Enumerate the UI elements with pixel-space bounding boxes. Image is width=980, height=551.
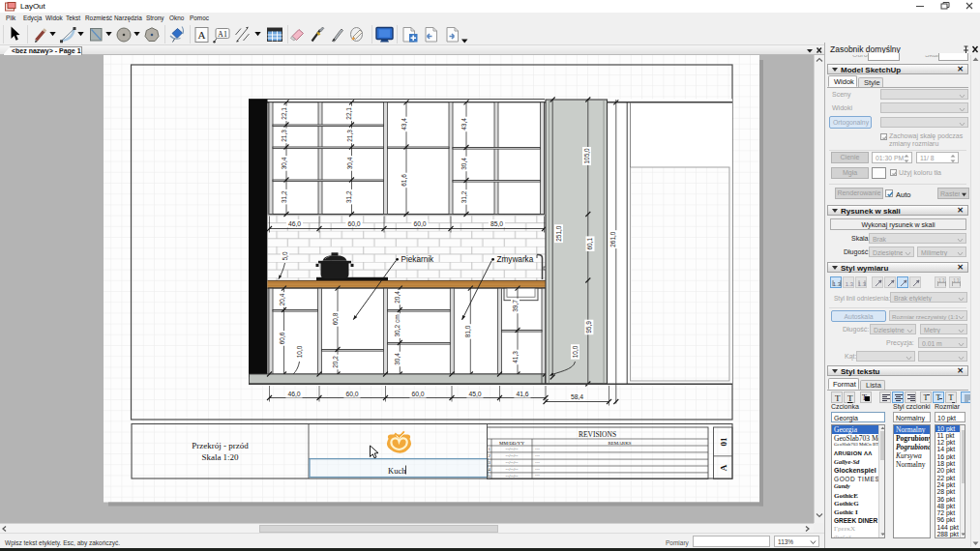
svg-text:--/--/--: --/--/--: [506, 447, 519, 451]
svg-text:41,6: 41,6: [516, 391, 528, 397]
svg-text:60,0: 60,0: [411, 391, 424, 397]
svg-text:60,0: 60,0: [347, 220, 360, 227]
svg-text:--/--/--: --/--/--: [506, 474, 519, 478]
svg-text:1.3: 1.3: [938, 278, 945, 283]
svg-text:30,4: 30,4: [281, 157, 287, 169]
svg-text:45,0: 45,0: [468, 391, 481, 397]
svg-text:31,2: 31,2: [346, 190, 353, 203]
svg-text:60,0: 60,0: [345, 391, 358, 397]
svg-text:22,1: 22,1: [281, 107, 287, 120]
svg-text:58,4: 58,4: [571, 393, 583, 400]
svg-text:1.3: 1.3: [857, 281, 866, 287]
svg-text:--/--/--: --/--/--: [506, 460, 519, 465]
svg-text:60,8: 60,8: [332, 312, 339, 325]
svg-text:Piekarnik: Piekarnik: [401, 255, 435, 264]
svg-text:--/--/--: --/--/--: [506, 453, 519, 458]
svg-text:60,1: 60,1: [587, 237, 594, 249]
svg-text:Zmywarka: Zmywarka: [497, 255, 534, 264]
svg-text:22,1: 22,1: [346, 107, 353, 120]
svg-text:1.3: 1.3: [832, 280, 841, 286]
svg-text:43,4: 43,4: [460, 118, 467, 130]
svg-text:60,0: 60,0: [413, 220, 426, 227]
svg-text:105,0: 105,0: [583, 148, 590, 164]
svg-text:30,4: 30,4: [394, 353, 401, 365]
svg-text:---: ---: [535, 453, 540, 458]
svg-text:39,7: 39,7: [512, 300, 519, 312]
svg-text:20,4: 20,4: [394, 291, 401, 304]
svg-text:81,0: 81,0: [464, 325, 471, 337]
svg-text:---: ---: [535, 460, 540, 465]
svg-text:30,4: 30,4: [460, 158, 467, 170]
svg-text:41,3: 41,3: [512, 351, 519, 363]
svg-text:251,0: 251,0: [555, 225, 562, 242]
svg-text:Kuch: Kuch: [388, 466, 406, 476]
svg-text:60,6: 60,6: [279, 332, 285, 344]
svg-text:10,0: 10,0: [296, 345, 303, 358]
svg-text:---: ---: [535, 473, 540, 478]
svg-text:261,0: 261,0: [610, 231, 617, 247]
svg-text:21,3: 21,3: [281, 130, 287, 142]
svg-text:REVISIONS: REVISIONS: [579, 430, 616, 439]
svg-text:2: 2: [489, 453, 490, 458]
svg-text:43,4: 43,4: [401, 118, 407, 130]
svg-text:46,0: 46,0: [287, 391, 300, 397]
svg-text:30,4: 30,4: [346, 157, 353, 169]
svg-text:--/--/--: --/--/--: [506, 467, 519, 472]
svg-text:10,0: 10,0: [572, 345, 579, 358]
svg-text:1.3: 1.3: [845, 280, 853, 286]
svg-text:---: ---: [535, 447, 540, 451]
svg-text:1.3: 1.3: [953, 278, 960, 283]
svg-text:5,0: 5,0: [282, 251, 288, 260]
svg-text:MM/DD/YY: MM/DD/YY: [499, 441, 525, 446]
svg-text:21,3: 21,3: [346, 130, 353, 142]
svg-text:REMARKS: REMARKS: [608, 441, 631, 446]
svg-text:Skala 1:20: Skala 1:20: [201, 452, 239, 462]
svg-text:A: A: [719, 464, 728, 471]
svg-text:01: 01: [719, 437, 728, 447]
svg-text:Przekrój - przód: Przekrój - przód: [192, 441, 249, 450]
svg-text:1: 1: [489, 447, 490, 451]
svg-text:A: A: [198, 29, 206, 41]
svg-text:31,2: 31,2: [460, 190, 467, 203]
svg-text:30,2 cm: 30,2 cm: [394, 314, 401, 336]
svg-text:A1: A1: [218, 30, 227, 39]
svg-text:61,6: 61,6: [401, 174, 407, 187]
svg-text:46,0: 46,0: [288, 220, 301, 227]
svg-text:85,0: 85,0: [490, 220, 503, 227]
svg-text:20,4: 20,4: [279, 293, 285, 305]
svg-text:20,2: 20,2: [332, 356, 339, 368]
svg-text:---: ---: [535, 467, 540, 472]
svg-text:31,2: 31,2: [281, 190, 287, 203]
svg-text:95,9: 95,9: [585, 321, 592, 334]
